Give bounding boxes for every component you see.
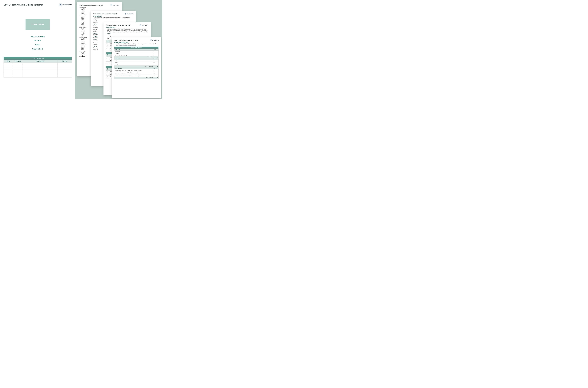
page-title: Cost Benefit Analysis Outline Template: [106, 24, 130, 26]
page-title: Cost Benefit Analysis Outline Template: [114, 39, 138, 41]
col-version: VERSION: [13, 60, 23, 63]
col-date: DATE: [4, 60, 13, 63]
toc-item: 1. Introduction: [79, 7, 119, 8]
col-description: DESCRIPTION: [23, 60, 58, 63]
preview-page-roi: Cost Benefit Analysis Outline Template s…: [112, 37, 161, 98]
table-row: [4, 71, 72, 73]
smartsheet-logo: smartsheet: [125, 13, 133, 15]
smartsheet-logo: smartsheet: [59, 3, 72, 6]
table-row: [4, 69, 72, 71]
check-icon: [140, 24, 141, 26]
smartsheet-logo: smartsheet: [150, 39, 159, 41]
table-row: ANALYSIS – Save 40% of 4 days/year @$100…: [114, 71, 159, 73]
check-icon: [125, 13, 126, 15]
cover-page: Cost Benefit Analysis Outline Template s…: [0, 0, 75, 99]
smartsheet-logo: smartsheet: [140, 24, 148, 26]
field-version: Version 0.0.0: [3, 48, 72, 50]
logo-placeholder: YOUR LOGO: [25, 19, 50, 30]
table-row: [4, 73, 72, 75]
revision-history-table: REVISION HISTORY DATE VERSION DESCRIPTIO…: [3, 57, 72, 77]
cover-fields: PROJECT NAME AUTHOR DATE Version 0.0.0: [3, 33, 72, 52]
table-row: TRAINING$: [114, 52, 159, 54]
table-row: EXP 3$: [114, 64, 159, 66]
table-row: SUPPORT (OVER X YEARS)$: [114, 54, 159, 56]
table-row: [4, 65, 72, 67]
section-6-3-heading: 6.3 Return on Investment: [114, 42, 159, 43]
field-date: DATE: [3, 44, 72, 46]
document-title: Cost Benefit Analysis Outline Template: [3, 4, 43, 6]
check-icon: [111, 4, 112, 6]
table-row: [4, 63, 72, 65]
table-row: SOFTWARE$: [114, 50, 159, 52]
table-row: EXP 1$: [114, 60, 159, 62]
toc-item: 1.2 Bac: [79, 9, 119, 10]
brand-name: smartsheet: [62, 4, 72, 6]
field-author: AUTHOR: [3, 40, 72, 42]
table-row: [4, 67, 72, 69]
section-1-heading: 1. Introduction: [93, 16, 133, 17]
toc-item: 1.1 Purp: [79, 8, 119, 9]
table-row: REPORTING – Save 60% of 2 days/year @$30…: [114, 75, 159, 77]
table-row: CUSTOMER RELATIONS – 35% reduction in sa…: [114, 73, 159, 75]
page-title: Cost Benefit Analysis Outline Template: [93, 13, 117, 14]
smartsheet-logo: smartsheet: [111, 4, 119, 6]
check-icon: [59, 3, 62, 6]
cover-header: Cost Benefit Analysis Outline Template s…: [3, 3, 72, 6]
section-4-heading: 4. Cost Analysis: [106, 27, 148, 28]
check-icon: [150, 39, 152, 41]
col-author: AUTHOR: [58, 60, 72, 63]
table-row: DATA LOADING – Save 30% of 5 days/year @…: [114, 69, 159, 71]
table-row: EXP 2$: [114, 62, 159, 64]
roi-table: RETURN ON INVESTMENT COST ITEMSCOST SOFT…: [114, 47, 159, 79]
revision-bar: REVISION HISTORY: [4, 57, 72, 60]
table-row: [4, 75, 72, 77]
preview-stack: Cost Benefit Analysis Outline Template s…: [75, 0, 162, 99]
field-project-name: PROJECT NAME: [3, 35, 72, 38]
page-title: Cost Benefit Analysis Outline Template: [79, 4, 103, 6]
